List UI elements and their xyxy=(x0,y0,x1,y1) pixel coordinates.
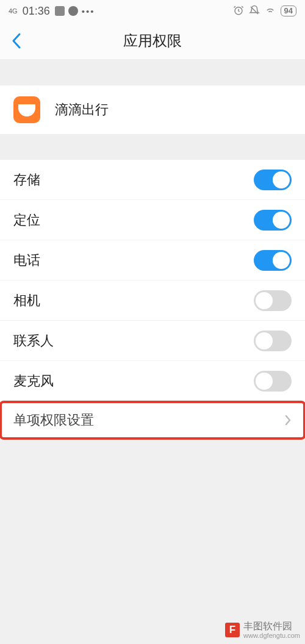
more-notif-icon: ••• xyxy=(82,6,95,16)
permission-location: 定位 xyxy=(0,200,305,240)
dnd-icon xyxy=(249,5,260,18)
permission-camera: 相机 xyxy=(0,281,305,321)
section-gap xyxy=(0,134,305,160)
status-left: 4G 01:36 ••• xyxy=(9,5,95,18)
didi-logo-icon xyxy=(16,102,37,117)
permission-label: 存储 xyxy=(13,171,40,189)
toggle-contacts[interactable] xyxy=(254,331,292,351)
permission-label: 相机 xyxy=(13,292,40,310)
nav-row-label: 单项权限设置 xyxy=(13,411,94,429)
toggle-microphone[interactable] xyxy=(254,371,292,392)
clock: 01:36 xyxy=(23,5,50,18)
permission-storage: 存储 xyxy=(0,160,305,200)
status-bar: 4G 01:36 ••• 94 xyxy=(0,0,305,22)
watermark-brand: 丰图软件园 xyxy=(243,621,300,632)
permission-contacts: 联系人 xyxy=(0,321,305,361)
section-gap xyxy=(0,60,305,85)
nav-bar: 应用权限 xyxy=(0,22,305,60)
wechat-notif-icon xyxy=(68,6,78,16)
page-title: 应用权限 xyxy=(0,31,305,51)
notif-icons: ••• xyxy=(55,6,95,16)
watermark-url: www.dgfengtu.com xyxy=(243,632,300,639)
toggle-camera[interactable] xyxy=(254,290,292,311)
toggle-storage[interactable] xyxy=(254,170,292,190)
permission-microphone: 麦克风 xyxy=(0,361,305,401)
app-name: 滴滴出行 xyxy=(55,101,109,119)
status-right: 94 xyxy=(233,5,296,18)
permission-label: 联系人 xyxy=(13,332,54,350)
app-notif-icon xyxy=(55,6,65,16)
toggle-location[interactable] xyxy=(254,210,292,231)
permission-label: 电话 xyxy=(13,251,40,270)
app-icon xyxy=(13,96,40,123)
watermark-text: 丰图软件园 www.dgfengtu.com xyxy=(243,621,300,639)
watermark: F 丰图软件园 www.dgfengtu.com xyxy=(225,621,300,639)
permission-label: 定位 xyxy=(13,211,40,229)
toggle-phone[interactable] xyxy=(254,250,292,271)
chevron-right-icon xyxy=(284,414,292,426)
watermark-badge-icon: F xyxy=(225,623,240,637)
permissions-list: 存储 定位 电话 相机 联系人 麦克风 xyxy=(0,160,305,401)
alarm-icon xyxy=(233,5,244,18)
chevron-left-icon xyxy=(11,32,23,50)
wifi-icon xyxy=(265,5,276,18)
app-header: 滴滴出行 xyxy=(0,85,305,134)
single-permission-settings[interactable]: 单项权限设置 xyxy=(0,401,305,439)
network-indicator: 4G xyxy=(9,8,18,15)
permission-label: 麦克风 xyxy=(13,372,54,390)
battery-indicator: 94 xyxy=(281,5,296,16)
permission-phone: 电话 xyxy=(0,240,305,281)
back-button[interactable] xyxy=(0,32,34,50)
